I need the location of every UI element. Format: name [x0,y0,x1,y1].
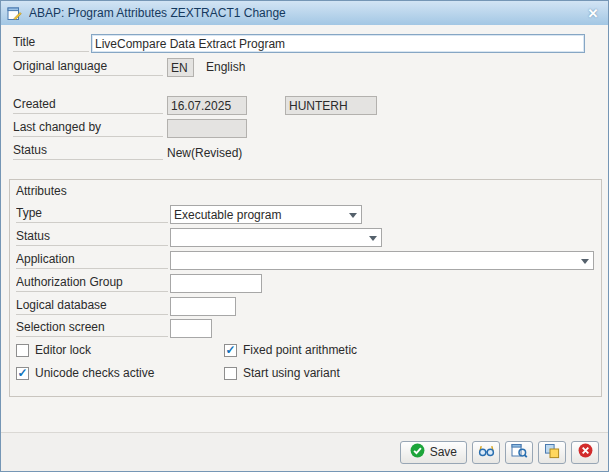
attributes-group: Attributes Type Executable program Statu… [9,179,602,397]
save-button-label: Save [430,445,457,459]
glasses-icon [478,443,495,461]
created-label: Created [13,97,163,114]
start-using-variant-label: Start using variant [243,366,340,380]
created-user-field [285,96,377,115]
original-language-label: Original language [13,59,163,76]
title-field-label: Title [13,35,89,52]
title-input[interactable] [91,34,585,53]
checkbox-box: ✓ [224,344,237,357]
authorization-group-label: Authorization Group [16,275,168,292]
cancel-button[interactable] [571,441,599,464]
chevron-down-icon [369,236,377,241]
editor-lock-checkbox[interactable]: Editor lock [16,343,91,357]
attributes-group-title: Attributes [16,184,67,198]
original-language-name: English [206,60,245,74]
fixed-point-arithmetic-label: Fixed point arithmetic [243,343,357,357]
type-dropdown-value: Executable program [174,208,281,222]
logical-database-label: Logical database [16,298,168,315]
last-changed-field [167,119,247,138]
copy-button[interactable] [538,441,566,464]
status-value: New(Revised) [167,146,242,160]
checkbox-box [16,344,29,357]
selection-screen-label: Selection screen [16,320,168,337]
start-using-variant-checkbox[interactable]: Start using variant [224,366,340,380]
attr-status-label: Status [16,229,168,246]
save-check-icon [410,443,425,461]
last-changed-label: Last changed by [13,120,163,137]
editor-lock-label: Editor lock [35,343,91,357]
overlapping-windows-icon [544,443,560,462]
selection-screen-input[interactable] [170,319,212,338]
fixed-point-arithmetic-checkbox[interactable]: ✓ Fixed point arithmetic [224,343,357,357]
status-label: Status [13,143,163,160]
original-language-code [167,58,194,77]
type-dropdown[interactable]: Executable program [170,205,362,224]
created-date-field [167,96,247,115]
unicode-checks-label: Unicode checks active [35,366,154,380]
status-dropdown[interactable] [170,228,382,247]
unicode-checks-checkbox[interactable]: ✓ Unicode checks active [16,366,154,380]
type-label: Type [16,206,168,223]
chevron-down-icon [349,213,357,218]
save-button[interactable]: Save [400,441,467,464]
window-title: ABAP: Program Attributes ZEXTRACT1 Chang… [29,6,582,20]
authorization-group-input[interactable] [170,274,262,293]
checkbox-box [224,367,237,380]
close-icon[interactable]: ✕ [582,3,604,23]
display-button[interactable] [472,441,500,464]
document-magnifier-icon [511,443,528,462]
check-button[interactable] [505,441,533,464]
logical-database-input[interactable] [170,297,236,316]
dialog-icon [7,5,23,21]
application-label: Application [16,252,168,269]
cancel-x-icon [578,443,593,461]
application-dropdown[interactable] [170,251,594,270]
checkbox-box: ✓ [16,367,29,380]
title-bar: ABAP: Program Attributes ZEXTRACT1 Chang… [1,1,608,25]
chevron-down-icon [581,259,589,264]
footer-toolbar: Save [1,432,608,471]
program-attributes-dialog: ABAP: Program Attributes ZEXTRACT1 Chang… [0,0,609,472]
